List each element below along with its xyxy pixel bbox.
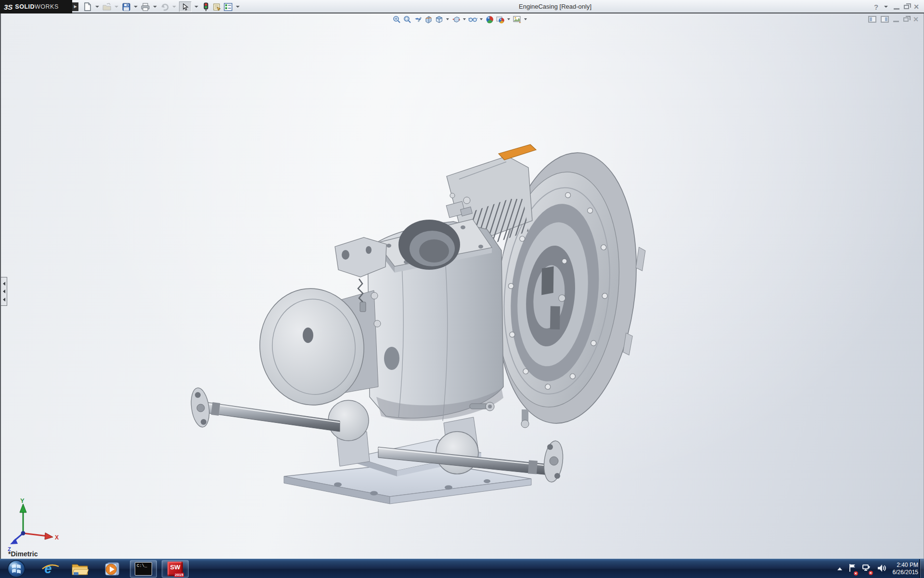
options-dropdown-icon[interactable]: [236, 6, 240, 8]
model-side-cover[interactable]: [254, 283, 378, 410]
app-restore-button[interactable]: [904, 5, 909, 9]
show-hidden-icons-button[interactable]: [837, 567, 842, 570]
taskbar-command-prompt[interactable]: C:\_: [130, 560, 157, 578]
help-dropdown-icon[interactable]: [884, 6, 888, 8]
show-desktop-button[interactable]: [919, 559, 924, 578]
folder-icon: [71, 562, 89, 576]
taskbar-media-player[interactable]: [98, 560, 125, 578]
print-icon[interactable]: [141, 2, 150, 12]
new-dropdown-icon[interactable]: [95, 6, 99, 8]
volume-icon[interactable]: [877, 564, 886, 574]
app-window-controls: ? ✕: [874, 0, 919, 13]
open-icon[interactable]: [102, 2, 112, 12]
triad-y-label: Y: [20, 497, 25, 504]
undo-dropdown-icon[interactable]: [172, 6, 176, 8]
windows-taskbar: e C:\_ SW 2015: [0, 559, 924, 578]
app-minimize-button[interactable]: [894, 8, 899, 10]
file-properties-icon[interactable]: [212, 2, 222, 12]
menu-expand-arrow-icon[interactable]: ▶: [72, 2, 78, 11]
solidworks-logo: 3S SOLID WORKS: [0, 0, 72, 13]
taskbar-internet-explorer[interactable]: e: [35, 560, 62, 578]
taskbar-solidworks[interactable]: SW 2015: [162, 560, 189, 578]
new-document-icon[interactable]: [83, 2, 92, 12]
start-button[interactable]: [3, 560, 30, 578]
select-dropdown-icon[interactable]: [194, 6, 198, 8]
engine-casing-model[interactable]: [1, 13, 924, 559]
media-player-icon: [103, 561, 120, 577]
cmd-icon: C:\_: [135, 562, 152, 576]
sw-year-badge: 2015: [174, 573, 184, 577]
solidworks-icon: SW 2015: [167, 562, 183, 576]
action-center-flag-icon[interactable]: ✕: [848, 564, 856, 574]
options-checklist-icon[interactable]: [223, 2, 233, 12]
clock-time: 2:40 PM: [893, 562, 918, 569]
taskbar-file-explorer[interactable]: [66, 560, 93, 578]
save-dropdown-icon[interactable]: [134, 6, 138, 8]
system-tray: ✕ ✕ 2:40 PM 6/26/2015: [837, 559, 918, 578]
graphics-viewport[interactable]: ✕: [0, 13, 924, 559]
clock-date: 6/26/2015: [893, 569, 918, 576]
open-dropdown-icon[interactable]: [115, 6, 118, 8]
triad-x-label: X: [55, 534, 59, 541]
rebuild-traffic-light-icon[interactable]: [201, 2, 211, 12]
save-icon[interactable]: [121, 2, 131, 12]
app-close-button[interactable]: ✕: [913, 3, 919, 11]
help-icon[interactable]: ?: [874, 3, 878, 11]
network-status-icon[interactable]: ✕: [862, 564, 871, 574]
main-toolbar: [83, 2, 241, 12]
reference-triad: Y X Z: [4, 496, 66, 556]
taskbar-clock[interactable]: 2:40 PM 6/26/2015: [893, 562, 918, 576]
3ds-logo-mark: 3S: [4, 3, 13, 11]
undo-icon[interactable]: [160, 2, 169, 12]
title-bar: 3S SOLID WORKS ▶ EngineC: [0, 0, 924, 13]
print-dropdown-icon[interactable]: [153, 6, 157, 8]
logo-solid-text: SOLID: [15, 3, 35, 10]
select-tool-button[interactable]: [179, 1, 192, 12]
view-orientation-label: *Dimetric: [8, 550, 38, 558]
logo-works-text: WORKS: [35, 3, 59, 10]
window-title: EngineCasing [Read-only]: [519, 0, 591, 13]
selected-face[interactable]: [499, 144, 536, 160]
